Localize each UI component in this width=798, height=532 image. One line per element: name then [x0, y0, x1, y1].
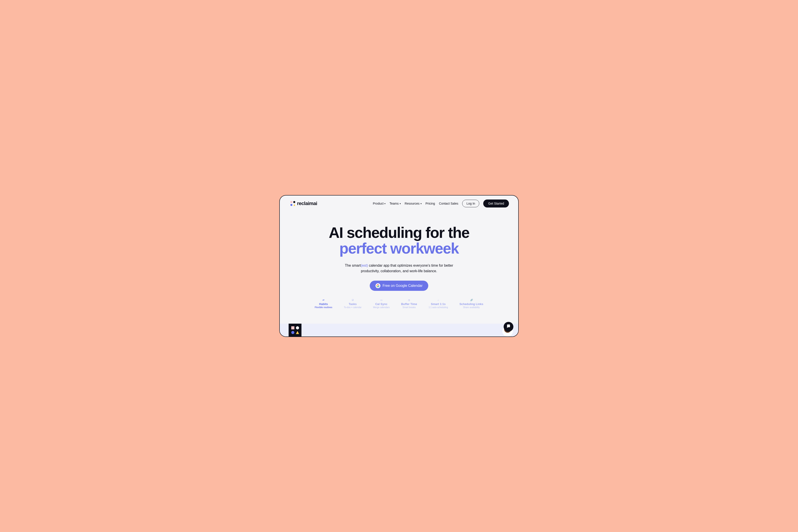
calendar-icon: ▭: [380, 299, 382, 302]
feature-tab-scheduling-links[interactable]: 🔗 Scheduling Links Share availability: [459, 299, 483, 308]
nav-item-contact-sales[interactable]: Contact Sales: [439, 202, 458, 205]
chevron-down-icon: ▾: [400, 202, 401, 205]
chat-launcher-button[interactable]: [504, 322, 513, 331]
browser-frame: reclaimai Product ▾ Teams ▾ Resources ▾ …: [279, 195, 519, 337]
chevron-down-icon: ▾: [384, 202, 385, 205]
feature-tab-smart-11s[interactable]: ⛬ Smart 1:1s 1:1 auto-scheduling: [429, 299, 448, 308]
hero-illustration-strip: [280, 324, 518, 337]
check-icon: ☑: [352, 299, 354, 302]
nav-item-resources[interactable]: Resources ▾: [405, 202, 422, 205]
login-button[interactable]: Log In: [462, 200, 479, 207]
feature-tabs: ⇄ Habits Flexible routines ☑ Tasks To-do…: [315, 299, 483, 308]
link-icon: 🔗: [470, 299, 473, 302]
people-icon: ⛬: [437, 299, 439, 302]
nav-item-teams[interactable]: Teams ▾: [390, 202, 401, 205]
brand-logo[interactable]: reclaimai: [290, 201, 317, 206]
feature-tab-buffer-time[interactable]: ◷ Buffer Time Smart breaks: [401, 299, 417, 308]
cta-label: Free on Google Calendar: [383, 284, 423, 288]
repeat-icon: ⇄: [323, 299, 324, 302]
brand-logomark: [290, 201, 295, 206]
feature-tab-habits[interactable]: ⇄ Habits Flexible routines: [315, 299, 332, 308]
brand-name: reclaimai: [297, 201, 317, 206]
nav-right: Product ▾ Teams ▾ Resources ▾ Pricing Co…: [373, 200, 509, 208]
nav-item-pricing[interactable]: Pricing: [425, 202, 435, 205]
chevron-down-icon: ▾: [420, 202, 422, 205]
nav-item-product[interactable]: Product ▾: [373, 202, 385, 205]
clock-icon: ◷: [408, 299, 410, 302]
top-nav: reclaimai Product ▾ Teams ▾ Resources ▾ …: [280, 195, 518, 211]
feature-tab-tasks[interactable]: ☑ Tasks To-dos + calendar: [344, 299, 362, 308]
google-icon: [376, 283, 380, 288]
hero-headline: AI scheduling for the perfect workweek: [329, 225, 469, 256]
get-started-button[interactable]: Get Started: [483, 200, 509, 208]
hero-section: AI scheduling for the perfect workweek T…: [280, 211, 518, 321]
brand-badge: [289, 324, 302, 337]
hero-subhead: The smart(est) calendar app that optimiz…: [337, 263, 461, 274]
chat-icon: [506, 324, 511, 329]
google-calendar-cta-button[interactable]: Free on Google Calendar: [370, 281, 429, 291]
feature-tab-cal-sync[interactable]: ▭ Cal Sync Merge calendars: [373, 299, 390, 308]
